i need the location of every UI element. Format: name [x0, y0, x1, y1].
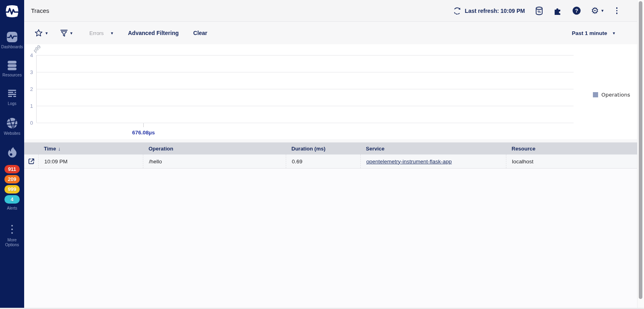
x-axis-tick-label: 676.08µs: [132, 130, 155, 136]
alert-badge-low[interactable]: 4: [4, 195, 20, 204]
advanced-filtering-label: Advanced Filtering: [128, 30, 179, 36]
svg-text:?: ?: [575, 8, 578, 14]
time-range-dropdown[interactable]: Past 1 minute ▾: [572, 30, 615, 36]
gridline: [37, 55, 574, 56]
y-axis-tick-label: 3: [30, 69, 33, 75]
favorites-dropdown[interactable]: ▾: [34, 29, 48, 37]
svg-text:%: %: [538, 10, 541, 14]
latency-chart: p99 01234 676.08µs Operations: [24, 44, 637, 139]
chevron-down-icon: ▾: [45, 31, 48, 36]
header-cell-operation[interactable]: Operation: [143, 142, 286, 154]
puzzle-piece-icon: [553, 6, 562, 15]
time-range-label: Past 1 minute: [572, 30, 607, 36]
dashboards-icon: [6, 31, 18, 43]
errors-dropdown[interactable]: Errors ▾: [89, 30, 113, 36]
sidebar-item-flame[interactable]: [0, 146, 24, 159]
funnel-icon: [60, 29, 68, 37]
chart-plot[interactable]: 676.08µs: [36, 55, 574, 123]
sort-desc-icon: ↓: [58, 146, 61, 152]
refresh-control[interactable]: Last refresh: 10:09 PM: [453, 7, 525, 15]
usage-metrics-button[interactable]: %: [535, 6, 543, 16]
column-label: Operation: [149, 146, 173, 152]
header-cell-actions: [24, 142, 38, 154]
cell-operation: /hello: [143, 154, 286, 168]
column-label: Service: [366, 146, 384, 152]
header-cell-service[interactable]: Service: [360, 142, 506, 154]
chart-legend[interactable]: Operations: [593, 92, 630, 98]
y-axis-tick-label: 1: [30, 103, 33, 109]
legend-label: Operations: [601, 92, 630, 98]
header-cell-duration[interactable]: Duration (ms): [286, 142, 360, 154]
clear-button[interactable]: Clear: [193, 30, 207, 36]
y-axis-tick-label: 0: [30, 120, 33, 126]
chevron-down-icon: ▾: [111, 31, 113, 36]
column-label: Time: [44, 146, 56, 152]
y-axis-title: p99: [32, 44, 42, 54]
websites-icon: [6, 117, 18, 129]
pulse-m-logo-icon: [4, 3, 20, 19]
page-title: Traces: [31, 7, 49, 14]
legend-swatch: [593, 92, 598, 97]
settings-menu[interactable]: ⚙ ▾: [591, 6, 603, 15]
flame-icon: [6, 146, 18, 159]
filter-toolbar: ▾ ▾ Errors ▾ Advanced Filtering Clear Pa…: [24, 22, 644, 44]
gridline: [37, 106, 574, 106]
chevron-down-icon: ▾: [70, 31, 73, 36]
open-trace-button[interactable]: [28, 158, 35, 165]
y-axis-tick-label: 2: [30, 86, 33, 92]
errors-label: Errors: [89, 30, 103, 36]
logs-icon: [6, 88, 18, 99]
table-row[interactable]: 10:09 PM /hello 0.69 opentelemetry-instr…: [24, 154, 637, 169]
sidebar-item-label: Resources: [2, 73, 22, 78]
vertical-scrollbar-track[interactable]: [637, 0, 644, 309]
sidebar-more-options[interactable]: [11, 225, 13, 234]
cell-time: 10:09 PM: [38, 154, 143, 168]
star-icon: [34, 29, 43, 37]
column-label: Duration (ms): [291, 146, 326, 152]
section-divider: [24, 139, 644, 142]
last-refresh-text: Last refresh: 10:09 PM: [465, 8, 525, 14]
y-axis-tick-label: 4: [30, 52, 33, 58]
gear-icon: ⚙: [591, 6, 599, 15]
gridline: [37, 123, 574, 123]
resources-icon: [6, 60, 18, 71]
sidebar-item-logs[interactable]: Logs: [0, 88, 24, 107]
alert-badge-medium[interactable]: 999: [4, 185, 20, 194]
sidebar-item-websites[interactable]: Websites: [0, 117, 24, 136]
overflow-menu[interactable]: [614, 6, 620, 15]
sidebar-item-label: Websites: [4, 131, 21, 136]
chevron-down-icon: ▾: [613, 31, 615, 36]
gridline: [37, 72, 574, 72]
clear-label: Clear: [193, 30, 207, 36]
empty-content-area: [24, 169, 644, 303]
database-percent-icon: %: [535, 6, 543, 16]
help-icon: ?: [572, 6, 581, 15]
main-content: Traces Last refresh: 10:09 PM %: [24, 0, 644, 309]
cell-resource: localhost: [506, 154, 637, 168]
more-options-label: More Options: [2, 238, 23, 248]
refresh-icon: [453, 7, 461, 15]
table-header-row: Time ↓ Operation Duration (ms) Service R…: [24, 142, 637, 154]
service-link[interactable]: opentelemetry-instrument-flask-app: [366, 159, 452, 165]
integrations-button[interactable]: [553, 6, 562, 15]
sidebar-item-label: Logs: [8, 101, 17, 107]
sidebar-item-resources[interactable]: Resources: [0, 60, 24, 78]
external-link-icon: [28, 158, 35, 165]
alerts-label: Alerts: [7, 206, 17, 211]
sidebar: Dashboards Resources Logs Websites: [0, 0, 24, 309]
cell-duration: 0.69: [286, 154, 360, 168]
help-button[interactable]: ?: [572, 6, 581, 15]
header-cell-time[interactable]: Time ↓: [38, 142, 143, 154]
vertical-scrollbar-thumb[interactable]: [639, 1, 642, 299]
gridline: [37, 89, 574, 89]
alert-badge-critical[interactable]: 911: [4, 165, 20, 173]
column-label: Resource: [512, 146, 535, 152]
advanced-filtering-button[interactable]: Advanced Filtering: [128, 30, 179, 36]
header-cell-resource[interactable]: Resource: [506, 142, 637, 154]
chevron-down-icon: ▾: [601, 8, 604, 13]
x-axis-tick-mark: [143, 123, 144, 127]
alert-badge-high[interactable]: 209: [4, 175, 20, 183]
sidebar-item-dashboards[interactable]: Dashboards: [0, 31, 24, 50]
filter-dropdown[interactable]: ▾: [60, 29, 73, 37]
app-logo[interactable]: [4, 3, 20, 19]
